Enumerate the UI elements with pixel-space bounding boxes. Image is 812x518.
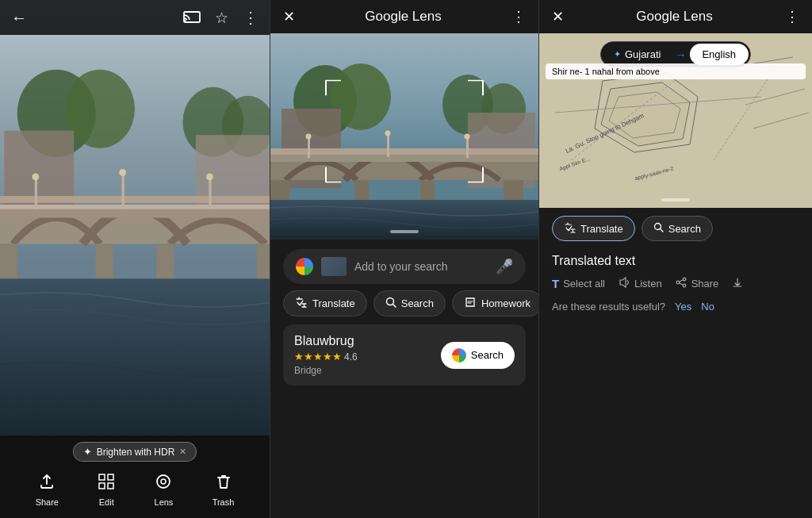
svg-point-4: [65, 70, 135, 148]
lens-image-area: [270, 33, 538, 240]
drag-handle[interactable]: [390, 230, 419, 233]
search-result-button[interactable]: Search: [441, 342, 515, 369]
svg-rect-12: [0, 205, 270, 209]
search-tab-icon: [385, 297, 396, 310]
result-info: Blauwbrug ★★★★★ 4.6 Bridge: [294, 334, 358, 376]
share-button3[interactable]: Share: [675, 276, 719, 291]
search-tab-label: Search: [401, 297, 434, 309]
svg-rect-45: [308, 138, 310, 158]
cast-icon: [183, 9, 201, 27]
translate-section: Translated text T Select all Listen: [539, 247, 812, 518]
svg-line-73: [679, 283, 683, 285]
google-logo: [296, 258, 313, 275]
more-options-button[interactable]: ⋮: [243, 8, 259, 27]
svg-point-46: [306, 134, 312, 140]
translated-text-header: Translated text: [552, 254, 799, 268]
lens3-close-button[interactable]: ✕: [552, 8, 564, 25]
search-btn-label: Search: [471, 349, 504, 361]
edit-icon: [98, 473, 115, 494]
more-icon3: ⋮: [785, 8, 799, 25]
corner-tr: [468, 80, 484, 96]
trash-button[interactable]: Trash: [213, 473, 235, 507]
cast-button[interactable]: [183, 9, 201, 27]
lens-topbar3: ✕ Google Lens ⋮: [539, 0, 812, 33]
source-lang-label: Gujarati: [625, 48, 661, 60]
bridge-photo: [0, 0, 270, 436]
listen-label: Listen: [634, 278, 662, 290]
search-placeholder-text: Add to your search: [354, 260, 488, 273]
target-lang-button[interactable]: English: [689, 44, 749, 65]
edit-button[interactable]: Edit: [98, 473, 115, 507]
source-lang-button[interactable]: ✦ Gujarati: [601, 44, 674, 65]
google-lens-translate-panel: ✕ Google Lens ⋮ La. Gu.: [539, 0, 812, 518]
star-button[interactable]: ☆: [215, 9, 228, 27]
hdr-badge: ✦ Brighten with HDR ✕: [73, 442, 197, 462]
result-name: Blauwbrug: [294, 334, 358, 348]
close-icon: ✕: [283, 8, 295, 25]
lang-arrow: →: [673, 48, 688, 61]
photos-topbar: ← ☆ ⋮: [0, 0, 270, 35]
svg-point-69: [683, 278, 686, 281]
translate-icon3: [564, 221, 576, 236]
corner-bl: [325, 167, 341, 183]
share-label: Share: [36, 497, 59, 507]
edit-label: Edit: [99, 497, 114, 507]
svg-rect-24: [99, 474, 105, 480]
google-photos-panel: ← ☆ ⋮: [0, 0, 270, 518]
search-thumbnail: [321, 257, 347, 276]
no-button[interactable]: No: [701, 301, 714, 313]
lens-button[interactable]: Lens: [155, 473, 174, 507]
listen-button[interactable]: Listen: [618, 276, 662, 291]
listen-icon: [618, 276, 630, 291]
search-icon3: [653, 222, 664, 235]
lens-translate-image: La. Gu. Stop going to Dehgam Appl Sim E.…: [539, 33, 812, 208]
lens-close-button[interactable]: ✕: [283, 8, 295, 25]
select-all-button[interactable]: T Select all: [552, 276, 605, 291]
lens-icon: [155, 473, 172, 494]
back-button[interactable]: ←: [11, 9, 27, 27]
back-icon: ←: [11, 9, 27, 27]
useful-question-row: Are these results useful? Yes No: [552, 301, 799, 313]
svg-point-23: [206, 174, 213, 181]
download-button[interactable]: [731, 276, 744, 291]
svg-rect-11: [0, 196, 270, 203]
yes-button[interactable]: Yes: [675, 301, 691, 313]
lens-title: Google Lens: [295, 9, 511, 25]
svg-marker-68: [620, 278, 626, 287]
search-tab3[interactable]: Search: [642, 216, 713, 241]
lens-selection: [325, 80, 484, 183]
lens-label: Lens: [155, 497, 174, 507]
lens-tabs3: Translate Search: [539, 208, 812, 247]
share-icon: [38, 473, 56, 494]
translate-tab3[interactable]: Translate: [552, 216, 635, 241]
drag-handle3[interactable]: [661, 198, 690, 201]
useful-question: Are these results useful?: [552, 301, 665, 313]
translate-tab-label: Translate: [312, 297, 355, 309]
svg-point-1: [184, 20, 186, 21]
svg-rect-20: [122, 175, 124, 209]
lens3-more-button[interactable]: ⋮: [785, 8, 799, 25]
share-button[interactable]: Share: [36, 473, 59, 507]
result-type: Bridge: [294, 365, 358, 376]
lens-title3: Google Lens: [564, 9, 785, 25]
mic-icon[interactable]: 🎤: [496, 258, 513, 275]
homework-icon: [464, 296, 477, 311]
svg-point-70: [683, 284, 686, 287]
homework-tab[interactable]: Homework: [452, 290, 542, 317]
star-icon: ☆: [215, 9, 228, 27]
search-tab[interactable]: Search: [373, 290, 446, 317]
lens-tabs: Translate Search Homework: [270, 290, 538, 324]
search-tab3-label: Search: [668, 223, 701, 235]
svg-rect-25: [108, 474, 113, 480]
translate-tab[interactable]: Translate: [283, 290, 367, 317]
svg-point-21: [119, 169, 126, 176]
svg-rect-0: [184, 12, 200, 22]
hdr-close-icon[interactable]: ✕: [179, 447, 186, 457]
lens-more-button[interactable]: ⋮: [511, 8, 526, 25]
svg-point-71: [676, 281, 680, 284]
svg-point-19: [32, 174, 39, 181]
target-lang-label: English: [702, 48, 736, 60]
translate-pill-icon: ✦: [614, 49, 621, 59]
photos-action-bar: Share Edit: [0, 470, 270, 510]
lens-search-bar[interactable]: Add to your search 🎤: [283, 249, 526, 284]
